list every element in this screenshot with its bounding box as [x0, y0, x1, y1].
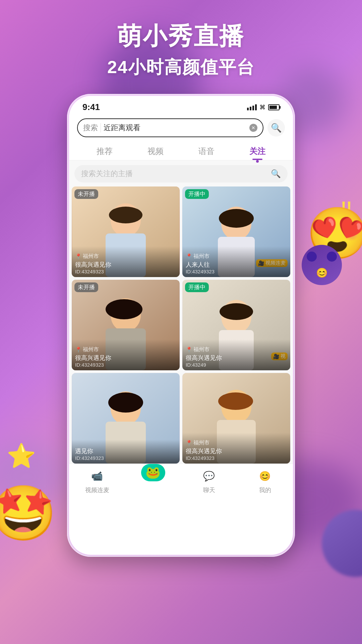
- frog-icon: 🐸: [145, 466, 161, 480]
- card-info-2: 📍福州市 人来人往 ID:43249323: [182, 246, 290, 277]
- card-location-4: 📍福州市: [186, 346, 287, 353]
- search-hosts-placeholder: 搜索关注的主播: [81, 169, 267, 179]
- phone-mockup: 9:41 ⌘ 搜索: [67, 94, 295, 557]
- card-id-6: ID:43249323: [186, 455, 287, 461]
- card-info-4: 📍福州市 很高兴遇见你 ID:43249: [182, 339, 290, 370]
- status-bar: 9:41 ⌘: [69, 96, 293, 116]
- tab-voice[interactable]: 语音: [181, 141, 232, 160]
- nav-video-link[interactable]: 📹 视频连麦: [69, 467, 125, 494]
- card-name-3: 很高兴遇见你: [75, 354, 176, 362]
- svg-point-23: [218, 392, 253, 410]
- nav-chat-icon: 💬: [200, 467, 218, 485]
- emoji-left: 🤩: [0, 486, 57, 540]
- streamer-card-6[interactable]: 📍福州市 很高兴遇见你 ID:43249323: [182, 373, 290, 464]
- tab-follow[interactable]: 关注: [232, 141, 283, 160]
- card-badge-3: 未开播: [74, 282, 98, 292]
- bottom-navigation: 📹 视频连麦 🐸 💬 聊天 😊: [69, 464, 293, 501]
- tab-video[interactable]: 视频: [130, 141, 181, 160]
- status-time: 9:41: [82, 102, 100, 112]
- status-icons: ⌘: [247, 104, 280, 111]
- search-bar[interactable]: 搜索 近距离观看 ✕: [77, 118, 263, 137]
- card-badge-2: 开播中: [185, 189, 209, 199]
- card-id-2: ID:43249323: [186, 269, 287, 274]
- svg-point-15: [220, 303, 253, 320]
- streamer-card-2[interactable]: 开播中 🎥视频连麦 📍福州市 人来人往 ID:432: [182, 186, 290, 277]
- card-badge-1: 未开播: [74, 189, 98, 199]
- nav-me[interactable]: 😊 我的: [237, 467, 293, 494]
- header-section: 萌小秀直播 24小时高颜值平台: [0, 20, 362, 79]
- nav-me-label: 我的: [259, 486, 271, 494]
- nav-chat-label: 聊天: [203, 486, 215, 494]
- tab-recommend[interactable]: 推荐: [79, 141, 130, 160]
- app-subtitle: 24小时高颜值平台: [0, 56, 362, 79]
- search-hosts-icon: 🔍: [271, 169, 281, 178]
- streamer-card-3[interactable]: 未开播 📍福州市 很高兴遇见你 ID:43249323: [72, 280, 180, 370]
- streamer-grid: 未开播 📍福州市 很高兴遇见你 ID:43249323: [69, 186, 293, 464]
- card-name-5: 遇见你: [75, 447, 176, 455]
- card-name-6: 很高兴遇见你: [186, 447, 287, 455]
- phone-screen: 9:41 ⌘ 搜索: [69, 96, 293, 555]
- signal-icon: [247, 104, 257, 110]
- card-name-4: 很高兴遇见你: [186, 354, 287, 362]
- card-badge-4: 开播中: [185, 282, 209, 292]
- app-title: 萌小秀直播: [0, 20, 362, 52]
- card-location-3: 📍福州市: [75, 346, 176, 353]
- nav-home-icon-bg: 🐸: [141, 464, 165, 481]
- nav-chat[interactable]: 💬 聊天: [181, 467, 237, 494]
- card-location-6: 📍福州市: [186, 439, 287, 446]
- card-id-4: ID:43249: [186, 362, 287, 368]
- search-input-text[interactable]: 近距离观看: [104, 123, 247, 133]
- card-id-5: ID:43249323: [75, 455, 176, 461]
- nav-me-icon: 😊: [256, 467, 274, 485]
- svg-point-3: [109, 207, 142, 223]
- search-label: 搜索: [83, 123, 98, 133]
- nav-video-link-label: 视频连麦: [85, 486, 109, 494]
- card-info-5: 遇见你 ID:43249323: [72, 440, 180, 464]
- tab-bar: 推荐 视频 语音 关注: [69, 141, 293, 160]
- streamer-card-5[interactable]: 遇见你 ID:43249323: [72, 373, 180, 464]
- card-location-2: 📍福州市: [186, 253, 287, 260]
- svg-point-19: [108, 392, 143, 413]
- search-hosts-bar[interactable]: 搜索关注的主播 🔍: [74, 165, 288, 182]
- battery-icon: [268, 104, 280, 110]
- nav-video-link-icon: 📹: [88, 467, 106, 485]
- character-decoration: 😊: [292, 245, 352, 312]
- card-id-1: ID:43249323: [75, 269, 176, 274]
- card-info-1: 📍福州市 很高兴遇见你 ID:43249323: [72, 246, 180, 277]
- search-clear-button[interactable]: ✕: [249, 124, 257, 132]
- card-location-1: 📍福州市: [75, 253, 176, 260]
- streamer-card-1[interactable]: 未开播 📍福州市 很高兴遇见你 ID:43249323: [72, 186, 180, 277]
- nav-home[interactable]: 🐸: [125, 464, 181, 494]
- card-info-3: 📍福州市 很高兴遇见你 ID:43249323: [72, 339, 180, 370]
- streamer-card-4[interactable]: 开播中 🎥视 📍福州市 很高兴遇见你 ID:4324: [182, 280, 290, 370]
- svg-point-11: [106, 299, 142, 319]
- search-icon: 🔍: [271, 123, 282, 133]
- svg-point-7: [219, 209, 254, 228]
- card-name-1: 很高兴遇见你: [75, 261, 176, 269]
- search-divider: [101, 123, 101, 132]
- card-id-3: ID:43249323: [75, 362, 176, 368]
- card-info-6: 📍福州市 很高兴遇见你 ID:43249323: [182, 433, 290, 464]
- star-decoration: ⭐: [7, 442, 36, 470]
- wifi-icon: ⌘: [259, 104, 265, 111]
- phone-frame: 9:41 ⌘ 搜索: [67, 94, 295, 557]
- search-button[interactable]: 🔍: [267, 119, 285, 137]
- search-area: 搜索 近距离观看 ✕ 🔍: [69, 116, 293, 141]
- content-area: 搜索关注的主播 🔍: [69, 160, 293, 464]
- tab-active-indicator: [256, 160, 259, 163]
- card-name-2: 人来人往: [186, 261, 287, 269]
